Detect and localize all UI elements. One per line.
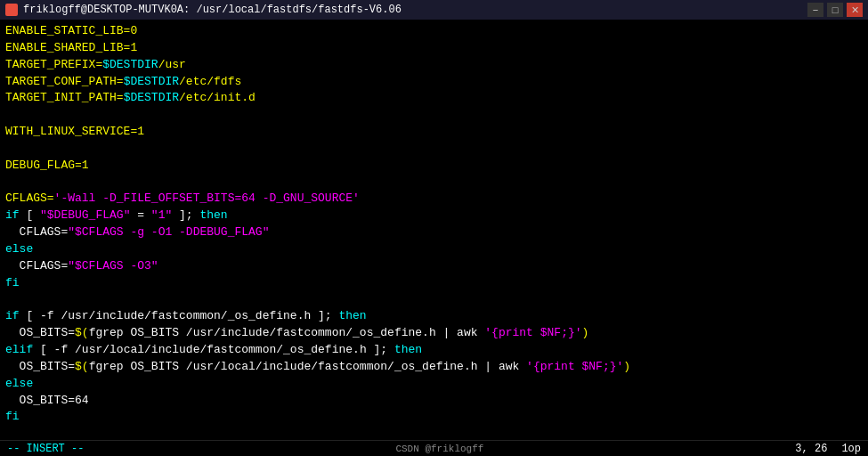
- code-line: ENABLE_SHARED_LIB=1: [5, 40, 863, 57]
- terminal-icon: [5, 4, 18, 16]
- status-bar: -- INSERT -- CSDN @friklogff 3, 26 1op: [0, 440, 868, 456]
- watermark: CSDN @friklogff: [395, 444, 483, 454]
- code-line: CFLAGS="$CFLAGS -O3": [5, 258, 863, 275]
- code-line: DEBUG_FLAG=1: [5, 158, 863, 175]
- code-line: TARGET_CONF_PATH=$DESTDIR/etc/fdfs: [5, 74, 863, 91]
- code-line: fi: [5, 275, 863, 292]
- code-line: TARGET_PREFIX=$DESTDIR/usr: [5, 57, 863, 74]
- code-line: OS_BITS=$(fgrep OS_BITS /usr/local/inclu…: [5, 359, 863, 376]
- code-line: else: [5, 241, 863, 258]
- code-line: [5, 141, 863, 158]
- code-line: TARGET_INIT_PATH=$DESTDIR/etc/init.d: [5, 90, 863, 107]
- code-line: if [ -f /usr/include/fastcommon/_os_defi…: [5, 308, 863, 325]
- code-line: OS_BITS=$(fgrep OS_BITS /usr/include/fas…: [5, 325, 863, 342]
- close-button[interactable]: ✕: [847, 3, 863, 17]
- vim-mode: -- INSERT --: [7, 443, 84, 455]
- code-line: CFLAGS='-Wall -D_FILE_OFFSET_BITS=64 -D_…: [5, 191, 863, 208]
- code-line: [5, 107, 863, 124]
- code-line: ENABLE_STATIC_LIB=0: [5, 23, 863, 40]
- minimize-button[interactable]: −: [807, 3, 823, 17]
- code-line: [5, 175, 863, 191]
- maximize-button[interactable]: □: [827, 3, 843, 17]
- terminal-area: ENABLE_STATIC_LIB=0 ENABLE_SHARED_LIB=1 …: [0, 20, 868, 440]
- title-bar: friklogff@DESKTOP-MUTVK0A: /usr/local/fa…: [0, 0, 868, 20]
- code-line: CFLAGS="$CFLAGS -g -O1 -DDEBUG_FLAG": [5, 224, 863, 241]
- code-line: if [ "$DEBUG_FLAG" = "1" ]; then: [5, 208, 863, 224]
- code-line: [5, 292, 863, 309]
- code-line: WITH_LINUX_SERVICE=1: [5, 124, 863, 141]
- code-line: elif [ -f /usr/local/include/fastcommon/…: [5, 342, 863, 359]
- cursor-position: 3, 26 1op: [795, 443, 861, 455]
- code-line: [5, 426, 863, 440]
- code-line: else: [5, 376, 863, 393]
- title-text: friklogff@DESKTOP-MUTVK0A: /usr/local/fa…: [23, 4, 402, 16]
- title-bar-left: friklogff@DESKTOP-MUTVK0A: /usr/local/fa…: [5, 4, 402, 16]
- title-controls: − □ ✕: [807, 3, 863, 17]
- code-line: OS_BITS=64: [5, 393, 863, 410]
- code-line: fi: [5, 409, 863, 426]
